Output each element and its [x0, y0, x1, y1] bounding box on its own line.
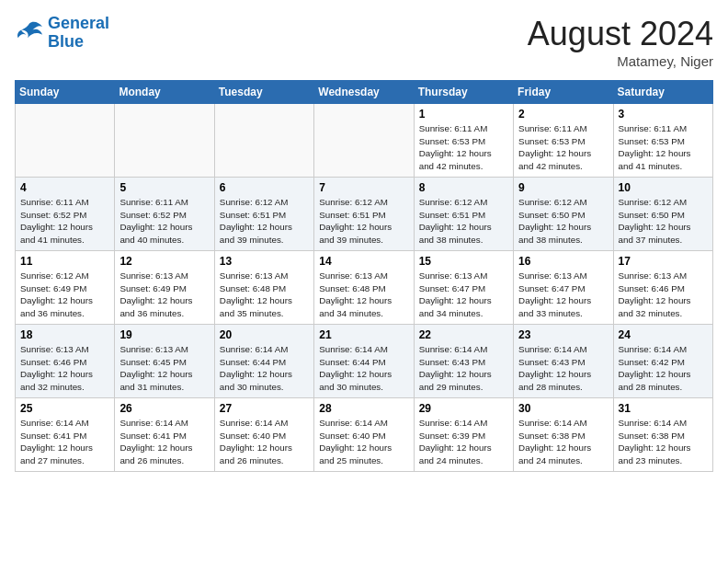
day-info: Sunrise: 6:13 AMSunset: 6:48 PMDaylight:…: [319, 270, 408, 320]
day-number: 24: [619, 328, 708, 341]
logo: General Blue: [15, 15, 109, 52]
calendar-day-cell: 10Sunrise: 6:12 AMSunset: 6:50 PMDayligh…: [613, 178, 712, 251]
day-number: 7: [319, 181, 408, 194]
day-number: 21: [319, 328, 408, 341]
day-number: 12: [119, 255, 209, 268]
day-number: 31: [619, 402, 708, 415]
calendar-day-cell: [314, 104, 414, 178]
calendar-day-cell: [16, 104, 115, 178]
calendar-day-cell: 8Sunrise: 6:12 AMSunset: 6:51 PMDaylight…: [414, 178, 513, 251]
day-info: Sunrise: 6:13 AMSunset: 6:47 PMDaylight:…: [518, 270, 608, 320]
day-info: Sunrise: 6:13 AMSunset: 6:47 PMDaylight:…: [419, 270, 508, 320]
calendar-day-cell: 6Sunrise: 6:12 AMSunset: 6:51 PMDaylight…: [214, 178, 313, 251]
calendar-header-sunday: Sunday: [16, 81, 115, 104]
calendar-day-cell: 24Sunrise: 6:14 AMSunset: 6:42 PMDayligh…: [613, 325, 712, 398]
calendar-header-friday: Friday: [514, 81, 613, 104]
day-info: Sunrise: 6:12 AMSunset: 6:51 PMDaylight:…: [419, 196, 508, 247]
day-info: Sunrise: 6:12 AMSunset: 6:49 PMDaylight:…: [20, 270, 109, 320]
title-block: August 2024 Matamey, Niger: [528, 15, 713, 69]
calendar-week-row: 1Sunrise: 6:11 AMSunset: 6:53 PMDaylight…: [16, 104, 713, 178]
page-header: General Blue August 2024 Matamey, Niger: [15, 15, 713, 69]
calendar-header-saturday: Saturday: [613, 81, 712, 104]
day-info: Sunrise: 6:14 AMSunset: 6:40 PMDaylight:…: [319, 417, 408, 467]
calendar-day-cell: 1Sunrise: 6:11 AMSunset: 6:53 PMDaylight…: [414, 104, 513, 178]
day-number: 10: [619, 181, 708, 194]
day-info: Sunrise: 6:13 AMSunset: 6:49 PMDaylight:…: [119, 270, 209, 320]
day-info: Sunrise: 6:13 AMSunset: 6:46 PMDaylight:…: [20, 343, 109, 394]
day-number: 26: [119, 402, 209, 415]
calendar-day-cell: 4Sunrise: 6:11 AMSunset: 6:52 PMDaylight…: [16, 178, 115, 251]
day-info: Sunrise: 6:12 AMSunset: 6:51 PMDaylight:…: [319, 196, 408, 247]
day-number: 6: [220, 181, 309, 194]
day-number: 2: [518, 108, 608, 121]
day-number: 9: [518, 181, 608, 194]
day-info: Sunrise: 6:13 AMSunset: 6:45 PMDaylight:…: [119, 343, 209, 394]
day-info: Sunrise: 6:11 AMSunset: 6:53 PMDaylight:…: [619, 122, 708, 173]
calendar-day-cell: 25Sunrise: 6:14 AMSunset: 6:41 PMDayligh…: [16, 398, 115, 472]
day-info: Sunrise: 6:14 AMSunset: 6:39 PMDaylight:…: [419, 417, 508, 467]
calendar-day-cell: 11Sunrise: 6:12 AMSunset: 6:49 PMDayligh…: [16, 251, 115, 325]
calendar-day-cell: 19Sunrise: 6:13 AMSunset: 6:45 PMDayligh…: [115, 325, 214, 398]
day-number: 25: [20, 402, 109, 415]
calendar-day-cell: 27Sunrise: 6:14 AMSunset: 6:40 PMDayligh…: [214, 398, 313, 472]
day-number: 14: [319, 255, 408, 268]
day-info: Sunrise: 6:12 AMSunset: 6:50 PMDaylight:…: [518, 196, 608, 247]
day-number: 3: [619, 108, 708, 121]
day-number: 5: [119, 181, 209, 194]
day-info: Sunrise: 6:13 AMSunset: 6:48 PMDaylight:…: [220, 270, 309, 320]
day-info: Sunrise: 6:11 AMSunset: 6:52 PMDaylight:…: [20, 196, 109, 247]
calendar-day-cell: 29Sunrise: 6:14 AMSunset: 6:39 PMDayligh…: [414, 398, 513, 472]
day-number: 19: [119, 328, 209, 341]
day-info: Sunrise: 6:14 AMSunset: 6:41 PMDaylight:…: [20, 417, 109, 467]
day-number: 8: [419, 181, 508, 194]
day-info: Sunrise: 6:11 AMSunset: 6:52 PMDaylight:…: [119, 196, 209, 247]
month-title: August 2024: [528, 15, 713, 53]
calendar-day-cell: 30Sunrise: 6:14 AMSunset: 6:38 PMDayligh…: [514, 398, 613, 472]
day-info: Sunrise: 6:12 AMSunset: 6:50 PMDaylight:…: [619, 196, 708, 247]
day-number: 16: [518, 255, 608, 268]
day-number: 23: [518, 328, 608, 341]
calendar-header-thursday: Thursday: [414, 81, 513, 104]
calendar-day-cell: 14Sunrise: 6:13 AMSunset: 6:48 PMDayligh…: [314, 251, 414, 325]
logo-icon: [15, 20, 44, 46]
day-number: 11: [20, 255, 109, 268]
day-number: 15: [419, 255, 508, 268]
calendar-day-cell: 31Sunrise: 6:14 AMSunset: 6:38 PMDayligh…: [613, 398, 712, 472]
day-info: Sunrise: 6:12 AMSunset: 6:51 PMDaylight:…: [220, 196, 309, 247]
calendar-day-cell: 3Sunrise: 6:11 AMSunset: 6:53 PMDaylight…: [613, 104, 712, 178]
calendar-header-tuesday: Tuesday: [214, 81, 313, 104]
logo-text: General Blue: [48, 15, 109, 52]
calendar-day-cell: 23Sunrise: 6:14 AMSunset: 6:43 PMDayligh…: [514, 325, 613, 398]
day-info: Sunrise: 6:14 AMSunset: 6:38 PMDaylight:…: [619, 417, 708, 467]
calendar-day-cell: 28Sunrise: 6:14 AMSunset: 6:40 PMDayligh…: [314, 398, 414, 472]
day-number: 4: [20, 181, 109, 194]
day-number: 18: [20, 328, 109, 341]
calendar-day-cell: 2Sunrise: 6:11 AMSunset: 6:53 PMDaylight…: [514, 104, 613, 178]
calendar-day-cell: 5Sunrise: 6:11 AMSunset: 6:52 PMDaylight…: [115, 178, 214, 251]
calendar-week-row: 18Sunrise: 6:13 AMSunset: 6:46 PMDayligh…: [16, 325, 713, 398]
calendar-day-cell: 16Sunrise: 6:13 AMSunset: 6:47 PMDayligh…: [514, 251, 613, 325]
day-info: Sunrise: 6:14 AMSunset: 6:43 PMDaylight:…: [518, 343, 608, 394]
calendar-week-row: 11Sunrise: 6:12 AMSunset: 6:49 PMDayligh…: [16, 251, 713, 325]
calendar-day-cell: [115, 104, 214, 178]
calendar-day-cell: 7Sunrise: 6:12 AMSunset: 6:51 PMDaylight…: [314, 178, 414, 251]
calendar-day-cell: 21Sunrise: 6:14 AMSunset: 6:44 PMDayligh…: [314, 325, 414, 398]
calendar-day-cell: 12Sunrise: 6:13 AMSunset: 6:49 PMDayligh…: [115, 251, 214, 325]
day-info: Sunrise: 6:14 AMSunset: 6:44 PMDaylight:…: [319, 343, 408, 394]
day-info: Sunrise: 6:13 AMSunset: 6:46 PMDaylight:…: [619, 270, 708, 320]
calendar-week-row: 25Sunrise: 6:14 AMSunset: 6:41 PMDayligh…: [16, 398, 713, 472]
day-number: 13: [220, 255, 309, 268]
day-number: 20: [220, 328, 309, 341]
day-info: Sunrise: 6:14 AMSunset: 6:40 PMDaylight:…: [220, 417, 309, 467]
calendar-week-row: 4Sunrise: 6:11 AMSunset: 6:52 PMDaylight…: [16, 178, 713, 251]
calendar-day-cell: 18Sunrise: 6:13 AMSunset: 6:46 PMDayligh…: [16, 325, 115, 398]
day-number: 30: [518, 402, 608, 415]
calendar-day-cell: 20Sunrise: 6:14 AMSunset: 6:44 PMDayligh…: [214, 325, 313, 398]
calendar-day-cell: 9Sunrise: 6:12 AMSunset: 6:50 PMDaylight…: [514, 178, 613, 251]
day-info: Sunrise: 6:14 AMSunset: 6:41 PMDaylight:…: [119, 417, 209, 467]
day-info: Sunrise: 6:11 AMSunset: 6:53 PMDaylight:…: [419, 122, 508, 173]
calendar-day-cell: 26Sunrise: 6:14 AMSunset: 6:41 PMDayligh…: [115, 398, 214, 472]
location: Matamey, Niger: [528, 53, 713, 69]
day-info: Sunrise: 6:14 AMSunset: 6:42 PMDaylight:…: [619, 343, 708, 394]
day-number: 1: [419, 108, 508, 121]
